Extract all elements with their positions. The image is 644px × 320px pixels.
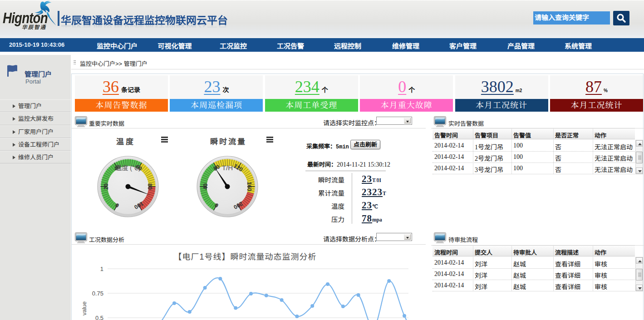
- svg-text:温度 (℃): 温度 (℃): [115, 164, 140, 172]
- svg-text:160: 160: [246, 182, 252, 192]
- svg-text:80: 80: [147, 183, 153, 190]
- svg-text:40: 40: [202, 183, 209, 190]
- svg-text:20: 20: [103, 183, 109, 190]
- svg-text:T/H: T/H: [222, 164, 233, 172]
